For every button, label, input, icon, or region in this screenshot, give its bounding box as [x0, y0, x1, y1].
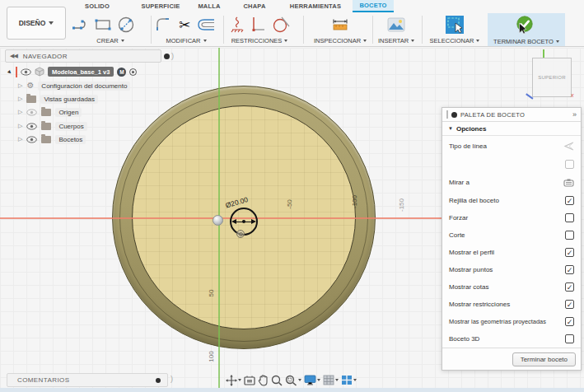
- collapsed-triangle-icon[interactable]: ▷: [18, 123, 22, 129]
- insertar-group[interactable]: INSERTAR: [363, 35, 429, 45]
- tree-item-label[interactable]: Vistas guardadas: [40, 95, 98, 104]
- collapsed-triangle-icon[interactable]: ▷: [18, 109, 22, 115]
- snap-checkbox[interactable]: [565, 213, 574, 222]
- x-axis-tick-label: -100: [351, 189, 359, 214]
- fit-view-tool[interactable]: [244, 376, 255, 385]
- tree-row-document-settings[interactable]: ▷ ⚙ Configuración del documento: [18, 80, 130, 91]
- show-points-checkbox[interactable]: [565, 265, 574, 274]
- tree-row-saved-views[interactable]: ▷ Vistas guardadas: [18, 93, 98, 105]
- tree-item-label[interactable]: Bocetos: [55, 135, 86, 144]
- comments-bar[interactable]: COMENTARIOS: [7, 373, 168, 387]
- tree-row-bodies[interactable]: ▷ Cuerpos: [18, 120, 87, 132]
- show-constraints-checkbox[interactable]: [565, 300, 574, 309]
- 3d-sketch-checkbox[interactable]: [565, 334, 574, 343]
- navigator-header[interactable]: ◀◀ NAVEGADOR: [5, 49, 161, 63]
- modified-badge: M: [117, 68, 126, 77]
- folder-icon: [41, 136, 51, 143]
- rectangle-tool-icon[interactable]: [93, 15, 113, 35]
- pan-orbit-tool[interactable]: [226, 375, 241, 386]
- modificar-group[interactable]: MODIFICAR: [153, 35, 219, 45]
- seleccionar-label: SELECCIONAR: [430, 37, 474, 44]
- sketch-palette-header[interactable]: PALETA DE BOCETO »: [442, 108, 581, 122]
- restricciones-group[interactable]: RESTRICCIONES: [224, 35, 295, 45]
- trim-scissors-icon[interactable]: ✂: [175, 15, 194, 35]
- collapsed-triangle-icon[interactable]: ▷: [18, 136, 22, 142]
- y-axis-tick-label: 50: [208, 281, 216, 306]
- viewports[interactable]: [341, 375, 357, 385]
- view-cube[interactable]: SUPERIOR: [532, 58, 572, 97]
- expand-triangle-icon[interactable]: ▼: [6, 68, 14, 76]
- visibility-eye-icon[interactable]: [26, 123, 37, 130]
- tab-boceto-active[interactable]: BOCETO: [353, 0, 394, 12]
- pan-tool[interactable]: [258, 375, 269, 386]
- origin-point[interactable]: [213, 215, 223, 226]
- collapsed-triangle-icon[interactable]: ▷: [18, 96, 22, 102]
- insertar-label: INSERTAR: [378, 37, 409, 44]
- display-settings-icon: [304, 375, 316, 385]
- visibility-eye-icon[interactable]: [26, 136, 37, 143]
- slice-checkbox[interactable]: [565, 231, 574, 240]
- tab-chapa[interactable]: CHAPA: [234, 0, 275, 12]
- navigator-collapse-handle[interactable]: ): [164, 52, 174, 60]
- folder-icon: [41, 109, 51, 116]
- circle-tool-icon[interactable]: [116, 15, 136, 35]
- collapse-left-icon[interactable]: ◀◀: [10, 53, 17, 59]
- linetype-icon[interactable]: [563, 142, 574, 151]
- tree-row-sketches[interactable]: ▷ Bocetos: [18, 133, 86, 145]
- status-strip: [0, 388, 584, 392]
- look-at-icon[interactable]: [563, 179, 574, 187]
- fillet-tool-icon[interactable]: [154, 15, 174, 35]
- finish-sketch-button[interactable]: Terminar boceto: [512, 352, 576, 366]
- show-profile-checkbox[interactable]: [565, 248, 574, 257]
- show-projected-geometry-checkbox[interactable]: [565, 317, 574, 326]
- collapsed-triangle-icon[interactable]: ▷: [18, 82, 22, 89]
- show-profile-row: Mostrar el perfil: [442, 244, 581, 261]
- zoom-window-tool[interactable]: [285, 375, 301, 386]
- design-menu-label: DISEÑO: [19, 19, 46, 27]
- display-settings[interactable]: [304, 375, 320, 385]
- panel-dot-icon: [164, 54, 170, 59]
- grid-settings[interactable]: [323, 375, 339, 385]
- visibility-eye-icon[interactable]: [21, 68, 31, 76]
- chevron-down-icon: [203, 40, 207, 42]
- concentric-constraint-icon[interactable]: [236, 230, 245, 238]
- tangent-constraint-icon[interactable]: [271, 15, 291, 35]
- tree-item-label[interactable]: Origen: [55, 108, 82, 117]
- design-workspace-menu[interactable]: DISEÑO: [7, 7, 66, 40]
- tab-herramientas[interactable]: HERRAMIENTAS: [282, 0, 349, 12]
- sketch-circle-center-point[interactable]: [242, 220, 245, 223]
- row-label: Forzar: [449, 214, 468, 222]
- tab-solido[interactable]: SOLIDO: [76, 0, 119, 12]
- document-name[interactable]: Modeloa_base_1 v3: [48, 67, 114, 77]
- terminar-boceto-button[interactable]: TERMINAR BOCETO: [488, 13, 565, 46]
- seleccionar-group[interactable]: SELECCIONAR: [422, 35, 488, 45]
- collapse-right-icon[interactable]: »: [572, 110, 577, 119]
- zoom-tool[interactable]: [271, 375, 283, 386]
- component-cube-icon: [35, 67, 44, 77]
- options-section-header[interactable]: ▼ Opciones: [442, 122, 581, 136]
- x-axis-tick-label: -150: [398, 193, 406, 217]
- insert-image-icon[interactable]: [386, 15, 406, 35]
- row-label: Corte: [449, 231, 465, 239]
- panel-handle-icon: ): [171, 375, 173, 383]
- tab-malla[interactable]: MALLA: [188, 0, 231, 12]
- select-tool-icon[interactable]: [445, 15, 465, 35]
- chevron-down-icon: [353, 379, 357, 381]
- sketch-grid-checkbox[interactable]: [565, 196, 574, 205]
- line-tool-icon[interactable]: [71, 15, 91, 35]
- fix-constraint-icon[interactable]: [227, 15, 247, 35]
- tree-row-root[interactable]: ▼ Modeloa_base_1 v3 M: [7, 66, 137, 77]
- offset-tool-icon[interactable]: [196, 15, 216, 35]
- perpendicular-constraint-icon[interactable]: [249, 15, 269, 35]
- crear-group[interactable]: CREAR: [77, 35, 143, 45]
- measure-tool-icon[interactable]: [330, 15, 350, 35]
- visibility-eye-off-icon[interactable]: [26, 109, 37, 116]
- activate-component-radio[interactable]: [129, 68, 137, 76]
- tree-item-label[interactable]: Configuración del documento: [38, 82, 130, 91]
- terminar-boceto-label: TERMINAR BOCETO: [493, 38, 554, 45]
- tree-row-origin[interactable]: ▷ Origen: [18, 106, 82, 118]
- tree-item-label[interactable]: Cuerpos: [55, 122, 86, 131]
- show-dimensions-checkbox[interactable]: [565, 282, 574, 292]
- grid-settings-icon: [323, 375, 334, 385]
- tab-superficie[interactable]: SUPERFICIE: [128, 0, 193, 12]
